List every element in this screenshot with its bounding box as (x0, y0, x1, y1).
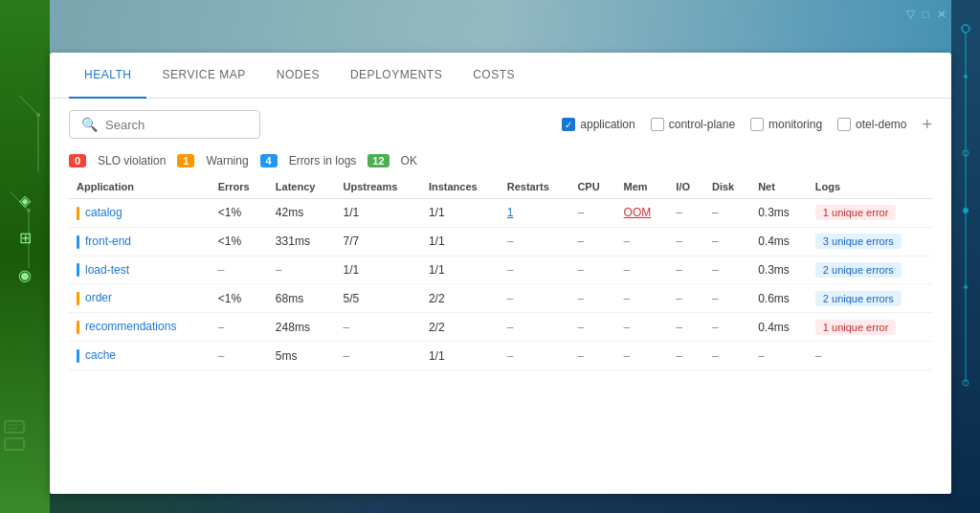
filter-monitoring[interactable]: monitoring (750, 118, 822, 131)
errors-in-logs-label: Errors in logs (289, 154, 357, 167)
cell-mem: – (616, 227, 669, 256)
svg-point-12 (964, 75, 968, 78)
svg-line-0 (19, 96, 38, 115)
cell-disk: – (704, 342, 750, 370)
slo-violation-badge: 0 (69, 154, 86, 167)
col-mem: Mem (616, 175, 669, 199)
cell-upstreams: 5/5 (336, 284, 421, 313)
col-logs: Logs (808, 175, 932, 199)
cell-logs: 1 unique error (808, 199, 932, 228)
cell-mem: – (616, 256, 669, 284)
applications-table: Application Errors Latency Upstreams Ins… (69, 175, 932, 370)
table-container: Application Errors Latency Upstreams Ins… (50, 175, 951, 370)
filter-control-plane[interactable]: control-plane (651, 118, 735, 131)
tab-health[interactable]: HEALTH (69, 53, 146, 99)
svg-rect-6 (5, 421, 24, 433)
cell-instances: 1/1 (421, 199, 500, 228)
cell-errors: <1% (211, 284, 268, 313)
filter-otel-demo-label: otel-demo (856, 118, 906, 131)
filter-application[interactable]: application (562, 118, 635, 131)
cell-logs: – (808, 342, 932, 370)
cell-upstreams: 7/7 (336, 227, 421, 256)
app-link-catalog[interactable]: catalog (85, 206, 122, 219)
tab-nodes[interactable]: NODES (261, 53, 335, 99)
cell-mem: – (616, 313, 669, 342)
logs-badge: 1 unique error (815, 320, 897, 335)
cell-instances: 1/1 (421, 342, 500, 370)
filter-otel-demo-checkbox[interactable] (837, 118, 851, 131)
col-errors: Errors (211, 175, 268, 199)
restart-link[interactable]: 1 (507, 206, 514, 219)
logs-badge: 2 unique errors (815, 291, 902, 306)
cell-errors: <1% (211, 227, 268, 256)
cell-upstreams: – (336, 313, 421, 342)
table-row: recommendations–248ms–2/2–––––0.4ms1 uni… (69, 313, 932, 342)
cell-upstreams: – (336, 342, 421, 370)
add-filter-button[interactable]: + (922, 115, 932, 135)
app-link-recommendations[interactable]: recommendations (85, 320, 176, 333)
cell-io: – (668, 313, 704, 342)
cell-disk: – (704, 284, 750, 313)
side-nav-icon-2[interactable]: ⊞ (19, 229, 32, 247)
errors-in-logs-badge: 4 (260, 154, 278, 167)
cell-mem: – (616, 342, 669, 370)
cell-restarts: – (500, 227, 570, 256)
cell-net: 0.3ms (750, 199, 808, 228)
cell-latency: 248ms (268, 313, 336, 342)
search-box[interactable]: 🔍 (69, 110, 260, 139)
filter-monitoring-checkbox[interactable] (750, 118, 764, 131)
cell-instances: 2/2 (421, 284, 500, 313)
minimize-icon[interactable]: ▽ (906, 8, 915, 21)
app-link-cache[interactable]: cache (85, 348, 116, 362)
cell-errors: <1% (211, 199, 268, 228)
filter-control-plane-checkbox[interactable] (651, 118, 664, 131)
side-nav-icon-3[interactable]: ◉ (18, 266, 32, 284)
col-io: I/O (668, 175, 704, 199)
cell-cpu: – (569, 342, 615, 370)
cell-errors: – (211, 313, 268, 342)
window-controls: ▽ □ ✕ (906, 8, 947, 21)
cell-mem: – (616, 284, 669, 313)
toolbar: 🔍 application control-plane monitoring (50, 99, 951, 150)
filter-group: application control-plane monitoring ote… (562, 115, 932, 135)
app-link-order[interactable]: order (85, 291, 112, 304)
filter-application-checkbox[interactable] (562, 118, 575, 131)
search-input[interactable] (105, 118, 248, 132)
filter-otel-demo[interactable]: otel-demo (837, 118, 906, 131)
filter-monitoring-label: monitoring (768, 118, 822, 131)
cell-upstreams: 1/1 (336, 256, 421, 284)
warning-badge: 1 (177, 154, 194, 167)
col-restarts: Restarts (500, 175, 570, 199)
cell-latency: 68ms (268, 284, 336, 313)
cell-logs: 2 unique errors (808, 284, 932, 313)
col-application: Application (69, 175, 211, 199)
cell-net: 0.3ms (750, 256, 808, 284)
tab-deployments[interactable]: DEPLOYMENTS (335, 53, 457, 99)
tab-bar: HEALTH SERVICE MAP NODES DEPLOYMENTS COS… (50, 53, 951, 99)
cell-disk: – (704, 256, 750, 284)
ok-label: OK (401, 154, 417, 167)
cell-errors: – (211, 342, 268, 370)
cell-io: – (668, 256, 704, 284)
cell-net: 0.6ms (750, 284, 808, 313)
cell-io: – (668, 227, 704, 256)
col-upstreams: Upstreams (336, 175, 421, 199)
cell-restarts[interactable]: 1 (500, 199, 570, 228)
app-link-front-end[interactable]: front-end (85, 234, 131, 248)
top-bar (50, 0, 951, 53)
maximize-icon[interactable]: □ (923, 8, 929, 21)
cell-cpu: – (569, 256, 615, 284)
cell-restarts: – (500, 256, 570, 284)
cell-logs: 2 unique errors (808, 256, 932, 284)
side-nav-icon-1[interactable]: ◈ (19, 191, 31, 210)
main-card: HEALTH SERVICE MAP NODES DEPLOYMENTS COS… (50, 53, 951, 494)
tab-service-map[interactable]: SERVICE MAP (146, 53, 260, 99)
table-row: cache–5ms–1/1––––––– (69, 342, 932, 370)
filter-control-plane-label: control-plane (669, 118, 735, 131)
col-instances: Instances (421, 175, 500, 199)
cell-latency: – (268, 256, 336, 284)
close-icon[interactable]: ✕ (937, 8, 947, 21)
tab-costs[interactable]: COSTS (457, 53, 530, 99)
cell-restarts: – (500, 284, 570, 313)
app-link-load-test[interactable]: load-test (85, 263, 129, 277)
